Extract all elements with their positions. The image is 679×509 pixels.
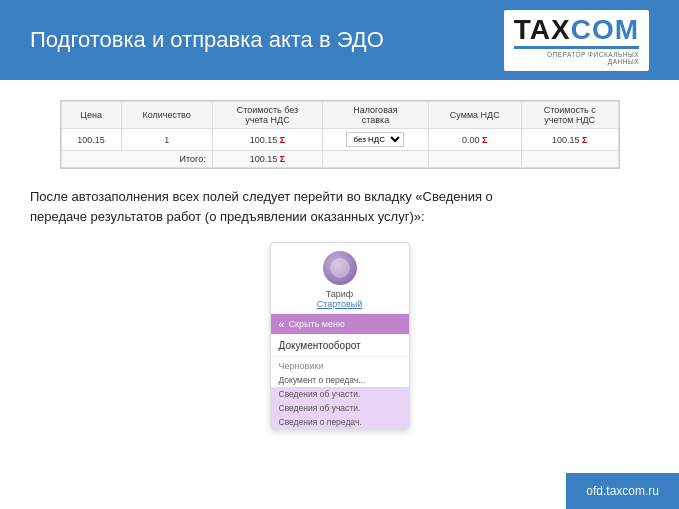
total-value: 100.15 Σ	[212, 151, 323, 168]
total-label: Итого:	[61, 151, 212, 168]
logo-box: TAX COM ОПЕРАТОР ФИСКАЛЬНЫХ ДАННЫХ	[504, 10, 649, 71]
vat-rate-select[interactable]: без НДС 10% 20%	[346, 132, 404, 147]
cell-cost-with-vat: 100.15 Σ	[521, 129, 618, 151]
col-header-vat-sum: Сумма НДС	[428, 102, 521, 129]
menu-widget: Тариф Стартовый Скрыть меню Документообо…	[270, 242, 410, 430]
sub-item-1[interactable]: Документ о передач...	[271, 373, 409, 387]
logo-subtitle1: ОПЕРАТОР ФИСКАЛЬНЫХ	[514, 51, 639, 58]
sigma-icon-1: Σ	[280, 135, 285, 145]
tariff-label: Тариф	[326, 289, 354, 299]
cell-vat-rate[interactable]: без НДС 10% 20%	[323, 129, 428, 151]
tariff-link[interactable]: Стартовый	[317, 299, 363, 309]
sigma-icon-2: Σ	[482, 135, 487, 145]
docs-menu-item[interactable]: Документооборот	[271, 334, 409, 357]
sub-item-2[interactable]: Сведения об участи.	[271, 387, 409, 401]
logo-subtitle2: ДАННЫХ	[514, 58, 639, 65]
hide-menu-button[interactable]: Скрыть меню	[271, 314, 409, 334]
header: Подготовка и отправка акта в ЭДО TAX COM…	[0, 0, 679, 80]
logo-divider	[514, 46, 639, 49]
table-row: 100.15 1 100.15 Σ без НДС 10% 20%	[61, 129, 618, 151]
menu-screenshot: Тариф Стартовый Скрыть меню Документообо…	[30, 242, 649, 430]
cell-cost-no-vat: 100.15 Σ	[212, 129, 323, 151]
cell-qty: 1	[121, 129, 212, 151]
col-header-price: Цена	[61, 102, 121, 129]
logo-top-line: TAX COM	[514, 16, 639, 44]
cell-vat-amount: 0.00 Σ	[428, 129, 521, 151]
avatar	[323, 251, 357, 285]
col-header-vat-rate: Налоговаяставка	[323, 102, 428, 129]
description-text: После автозаполнения всех полей следует …	[30, 187, 550, 226]
col-header-cost-no-vat: Стоимость безучета НДС	[212, 102, 323, 129]
avatar-inner	[330, 258, 350, 278]
sub-item-4[interactable]: Сведения о передач.	[271, 415, 409, 429]
menu-avatar-area: Тариф Стартовый	[271, 243, 409, 314]
footer: ofd.taxcom.ru	[566, 473, 679, 509]
page-title: Подготовка и отправка акта в ЭДО	[30, 27, 384, 53]
logo-com: COM	[571, 16, 639, 44]
footer-url: ofd.taxcom.ru	[586, 484, 659, 498]
drafts-label: Черновики	[271, 357, 409, 373]
main-content: Цена Количество Стоимость безучета НДС Н…	[0, 80, 679, 473]
total-sigma: Σ	[280, 154, 285, 164]
col-header-cost-with-vat: Стоимость сучетом НДС	[521, 102, 618, 129]
total-row: Итого: 100.15 Σ	[61, 151, 618, 168]
sigma-icon-3: Σ	[582, 135, 587, 145]
sub-item-3[interactable]: Сведения об участи.	[271, 401, 409, 415]
col-header-qty: Количество	[121, 102, 212, 129]
logo-tax: TAX	[514, 16, 571, 44]
cell-price: 100.15	[61, 129, 121, 151]
data-table: Цена Количество Стоимость безучета НДС Н…	[60, 100, 620, 169]
